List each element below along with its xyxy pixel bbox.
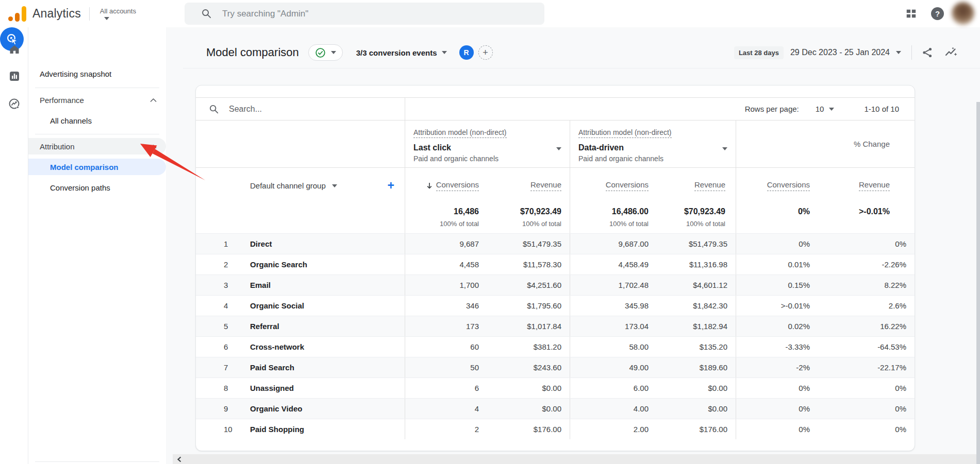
cell-m1r: $381.20: [487, 337, 570, 357]
cell-m1r: $176.00: [487, 419, 570, 439]
attribution-model-selector-1[interactable]: Attribution model (non-direct) Last clic…: [405, 121, 570, 167]
total-value: 16,486.00: [612, 207, 649, 216]
date-range-block: Last 28 days 29 Dec 2023 - 25 Jan 2024: [734, 45, 958, 60]
total-subtext: 100% of total: [609, 220, 649, 228]
sidebar-item-conversion-paths[interactable]: Conversion paths: [28, 179, 166, 196]
cell-m1c: 50: [405, 357, 487, 377]
cell-num: 5: [196, 316, 243, 336]
topbar-divider: [89, 7, 90, 21]
conversion-events-selector[interactable]: 3/3 conversion events: [356, 48, 447, 57]
sidebar-section-performance[interactable]: Performance: [28, 92, 166, 108]
header-divider: [183, 68, 980, 68]
cell-m2r: $189.60: [657, 357, 736, 377]
cell-m1r: $243.60: [487, 357, 570, 377]
column-header-conversions-2[interactable]: Conversions: [570, 168, 657, 203]
account-picker[interactable]: All accounts: [100, 7, 136, 20]
sidebar-item-model-comparison-selected[interactable]: Model comparison: [28, 159, 166, 175]
column-header-revenue-2[interactable]: Revenue: [657, 168, 736, 203]
cell-m2c: 6.00: [570, 378, 657, 398]
cell-num: 4: [196, 296, 243, 316]
cell-m2r: $11,316.98: [657, 254, 736, 274]
home-nav-button[interactable]: [0, 43, 28, 56]
report-status-menu[interactable]: [308, 44, 343, 61]
cell-num: 10: [196, 419, 243, 439]
apps-grid-icon: [905, 8, 917, 19]
column-header-conversions-change[interactable]: Conversions: [736, 168, 818, 203]
cell-m1c: 2: [405, 419, 487, 439]
bar-chart-icon: [8, 70, 21, 82]
total-value: $70,923.49: [684, 207, 725, 216]
cell-channel: Organic Social: [243, 296, 405, 316]
share-icon: [921, 46, 934, 59]
table-row: 4Organic Social346$1,795.60345.98$1,842.…: [196, 295, 915, 316]
explore-nav-button[interactable]: [0, 97, 28, 110]
column-header-conversions-1[interactable]: Conversions: [405, 168, 487, 203]
user-avatar[interactable]: [952, 2, 974, 25]
table-row: 2Organic Search4,458$11,578.304,458.49$1…: [196, 254, 915, 274]
total-value: 16,486: [454, 207, 479, 216]
insights-button[interactable]: [944, 46, 958, 59]
percent-change-label: % Change: [854, 140, 890, 148]
cell-cr: 2.6%: [818, 296, 915, 316]
sidebar-item-advertising-snapshot[interactable]: Advertising snapshot: [28, 65, 166, 82]
cell-channel: Cross-network: [243, 337, 405, 357]
cell-cc: 0%: [736, 419, 818, 439]
cell-m2c: 49.00: [570, 357, 657, 377]
sidebar-item-all-channels[interactable]: All channels: [28, 112, 166, 129]
model-comparison-card: Rows per page: 10 1-10 of 10 Attribution…: [195, 85, 915, 451]
model-subtitle: Paid and organic channels: [413, 154, 561, 163]
cell-num: 2: [196, 254, 243, 274]
sidebar-bottom-divider: [35, 461, 159, 462]
cell-cc: >-0.01%: [736, 296, 818, 316]
sidebar-section-attribution[interactable]: Attribution: [28, 138, 166, 154]
vertical-scrollbar[interactable]: [976, 102, 980, 464]
cell-channel: Unassigned: [243, 378, 405, 398]
cell-m2r: $176.00: [657, 419, 736, 439]
total-revenue-1: $70,923.49 100% of total: [487, 203, 570, 233]
cell-num: 6: [196, 337, 243, 357]
rows-per-page-select[interactable]: 10: [816, 105, 835, 113]
chevron-down-icon[interactable]: [896, 51, 901, 54]
search-icon: [201, 8, 212, 19]
analytics-logo-icon[interactable]: [8, 6, 27, 22]
chevron-down-icon[interactable]: [332, 184, 337, 187]
cell-cr: 0%: [818, 399, 915, 419]
column-header-revenue-1[interactable]: Revenue: [487, 168, 570, 203]
sidebar-item-label: Advertising snapshot: [40, 70, 111, 78]
chevron-up-icon: [150, 98, 157, 102]
help-button[interactable]: ?: [931, 7, 944, 20]
cell-m2r: $0.00: [657, 378, 736, 398]
total-revenue-2: $70,923.49 100% of total: [657, 203, 736, 233]
apps-grid-button[interactable]: [905, 8, 917, 21]
cell-num: 9: [196, 399, 243, 419]
dimension-selector[interactable]: Default channel group: [250, 181, 326, 190]
date-range-value[interactable]: 29 Dec 2023 - 25 Jan 2024: [790, 48, 890, 57]
collaborator-avatar[interactable]: R: [459, 45, 474, 60]
horizontal-scrollbar[interactable]: [173, 454, 980, 464]
dimension-header-cell: Default channel group +: [196, 168, 405, 203]
column-label: Conversions: [436, 180, 479, 191]
column-header-revenue-change[interactable]: Revenue: [818, 168, 915, 203]
insights-sparkline-icon: [944, 46, 958, 59]
global-search[interactable]: [185, 3, 544, 25]
table-search-input[interactable]: [228, 104, 383, 114]
model-name: Data-driven: [578, 143, 727, 152]
cell-num: 8: [196, 378, 243, 398]
cell-cr: 16.22%: [818, 316, 915, 336]
add-column-button[interactable]: +: [388, 180, 394, 192]
attribution-model-selector-2[interactable]: Attribution model (non-direct) Data-driv…: [570, 121, 736, 167]
table-search[interactable]: [196, 98, 405, 120]
total-value: $70,923.49: [520, 207, 561, 216]
column-label: Revenue: [694, 180, 725, 191]
reports-nav-button[interactable]: [0, 70, 28, 82]
cell-channel: Referral: [243, 316, 405, 336]
logo-bar-tall: [22, 6, 26, 22]
cell-m2r: $0.00: [657, 399, 736, 419]
add-collaborator-button[interactable]: +: [478, 45, 493, 60]
share-button[interactable]: [921, 46, 934, 59]
chevron-down-icon: [442, 51, 447, 54]
global-search-input[interactable]: [221, 8, 510, 20]
cell-m1r: $1,795.60: [487, 296, 570, 316]
rows-per-page-label: Rows per page:: [745, 105, 799, 113]
cell-m2r: $1,182.94: [657, 316, 736, 336]
